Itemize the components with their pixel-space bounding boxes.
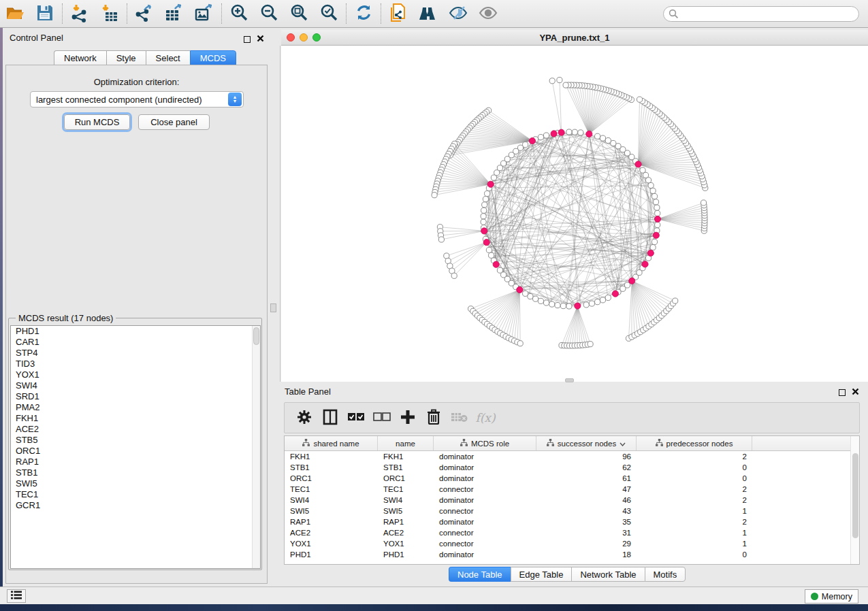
criterion-selected-value: largest connected component (undirected)	[31, 95, 228, 105]
tab-network[interactable]: Network	[54, 50, 106, 65]
table-panel-splitter-handle[interactable]	[565, 378, 574, 382]
mcds-result-item[interactable]: TID3	[11, 359, 260, 369]
mcds-result-list[interactable]: PHD1CAR1STP4TID3YOX1SWI4SRD1PMA2FKH1ACE2…	[10, 325, 261, 569]
table-row[interactable]: RAP1RAP1dominator352	[285, 516, 859, 527]
mcds-result-item[interactable]: YOX1	[11, 369, 260, 380]
table-panel-float-icon[interactable]	[839, 389, 846, 396]
zoom-out-button[interactable]	[254, 2, 284, 25]
tab-network-table[interactable]: Network Table	[571, 567, 644, 582]
network-window-titlebar[interactable]: YPA_prune.txt_1	[281, 30, 868, 46]
column-header-shared-name[interactable]: shared name	[285, 436, 378, 450]
mcds-result-item[interactable]: ACE2	[11, 424, 260, 435]
column-header-MCDS-role[interactable]: MCDS role	[434, 436, 536, 450]
import-network-button[interactable]	[65, 2, 95, 25]
run-mcds-button[interactable]: Run MCDS	[64, 114, 130, 130]
search-input[interactable]	[663, 6, 859, 22]
add-column-button[interactable]	[395, 406, 421, 429]
table-row[interactable]: SWI5SWI5connector431	[285, 506, 859, 516]
mcds-result-item[interactable]: PMA2	[11, 402, 260, 413]
node-table[interactable]: shared namenameMCDS rolesuccessor nodesp…	[284, 435, 860, 565]
new-network-from-selection-button[interactable]	[383, 2, 413, 25]
column-header-name[interactable]: name	[378, 436, 434, 450]
panel-splitter	[280, 46, 280, 382]
mcds-result-title: MCDS result (17 nodes)	[16, 313, 116, 323]
mcds-result-item[interactable]: STP4	[11, 348, 260, 359]
control-panel-float-icon[interactable]	[244, 36, 251, 43]
table-cell: RAP1	[285, 516, 378, 527]
refresh-button[interactable]	[349, 2, 379, 25]
table-row[interactable]: STB1STB1dominator620	[285, 462, 859, 473]
tab-mcds[interactable]: MCDS	[190, 50, 236, 65]
column-visibility-button[interactable]	[317, 406, 343, 429]
table-cell: ACE2	[285, 527, 378, 538]
mcds-result-item[interactable]: SRD1	[11, 391, 260, 402]
table-row[interactable]: SWI4SWI4dominator462	[285, 495, 859, 506]
task-history-button[interactable]	[7, 589, 26, 603]
export-table-button[interactable]	[159, 2, 189, 25]
export-image-button[interactable]	[189, 2, 219, 25]
table-row[interactable]: FKH1FKH1dominator962	[285, 451, 859, 462]
mcds-result-item[interactable]: SWI5	[11, 478, 260, 489]
hide-selected-button[interactable]	[443, 2, 473, 25]
tab-edge-table[interactable]: Edge Table	[511, 567, 572, 582]
save-session-button[interactable]	[30, 2, 60, 25]
table-settings-gear-button[interactable]	[291, 406, 317, 429]
table-cell: SWI4	[285, 495, 378, 506]
show-all-button[interactable]	[473, 2, 503, 25]
import-table-button[interactable]	[95, 2, 125, 25]
toolbar-separator	[127, 3, 127, 24]
table-cell: 29	[536, 538, 637, 549]
network-window-title: YPA_prune.txt_1	[281, 33, 868, 43]
select-all-rows-button[interactable]	[343, 406, 369, 429]
mcds-result-item[interactable]: FKH1	[11, 413, 260, 424]
mcds-result-item[interactable]: SWI4	[11, 380, 260, 391]
delete-column-button[interactable]	[447, 406, 472, 429]
tab-select[interactable]: Select	[146, 50, 190, 65]
zoom-in-button[interactable]	[224, 2, 254, 25]
mcds-result-item[interactable]: STB5	[11, 435, 260, 446]
mcds-result-item[interactable]: CAR1	[11, 337, 260, 348]
table-panel-close-icon[interactable]	[852, 387, 859, 397]
table-cell: ORC1	[285, 473, 378, 484]
mcds-result-item[interactable]: TEC1	[11, 489, 260, 500]
network-view-canvas[interactable]	[281, 46, 868, 382]
mcds-result-item[interactable]: GCR1	[11, 500, 260, 511]
table-row[interactable]: PHD1PHD1dominator180	[285, 549, 859, 560]
node-table-scrollbar[interactable]	[850, 436, 859, 564]
optimization-criterion-select[interactable]: largest connected component (undirected)…	[30, 91, 244, 108]
table-row[interactable]: ACE2ACE2connector311	[285, 527, 859, 538]
mcds-list-scrollbar[interactable]	[252, 326, 260, 568]
table-cell: TEC1	[285, 484, 378, 495]
table-toolbar: f(x)	[284, 402, 860, 433]
export-network-button[interactable]	[129, 2, 159, 25]
column-header-predecessor-nodes[interactable]: predecessor nodes	[637, 436, 752, 450]
panel-splitter-handle[interactable]	[270, 303, 276, 312]
first-neighbors-icon	[418, 5, 438, 23]
zoom-selected-button[interactable]	[314, 2, 344, 25]
column-header-successor-nodes[interactable]: successor nodes	[536, 436, 637, 450]
table-cell: dominator	[434, 462, 536, 473]
attribute-type-icon	[547, 439, 554, 448]
table-cell: dominator	[434, 516, 536, 527]
select-all-rows-icon	[347, 412, 365, 423]
deselect-all-rows-button[interactable]	[369, 406, 395, 429]
mcds-result-item[interactable]: RAP1	[11, 457, 260, 467]
mcds-result-item[interactable]: STB1	[11, 467, 260, 478]
first-neighbors-button[interactable]	[413, 2, 443, 25]
delete-rows-button[interactable]	[421, 406, 447, 429]
zoom-fit-button[interactable]	[284, 2, 314, 25]
table-cell: 0	[637, 549, 752, 560]
memory-button[interactable]: Memory	[805, 589, 858, 604]
open-file-button[interactable]	[0, 2, 30, 25]
mcds-result-item[interactable]: ORC1	[11, 446, 260, 457]
function-builder-button[interactable]: f(x)	[472, 406, 498, 429]
tab-style[interactable]: Style	[106, 50, 146, 65]
control-panel-close-icon[interactable]	[257, 34, 264, 44]
close-panel-button[interactable]: Close panel	[138, 114, 210, 130]
table-row[interactable]: YOX1YOX1connector291	[285, 538, 859, 549]
tab-motifs[interactable]: Motifs	[645, 567, 686, 582]
mcds-result-item[interactable]: PHD1	[11, 326, 260, 337]
table-row[interactable]: ORC1ORC1dominator610	[285, 473, 859, 484]
table-row[interactable]: TEC1TEC1connector472	[285, 484, 859, 495]
tab-node-table[interactable]: Node Table	[449, 567, 511, 582]
